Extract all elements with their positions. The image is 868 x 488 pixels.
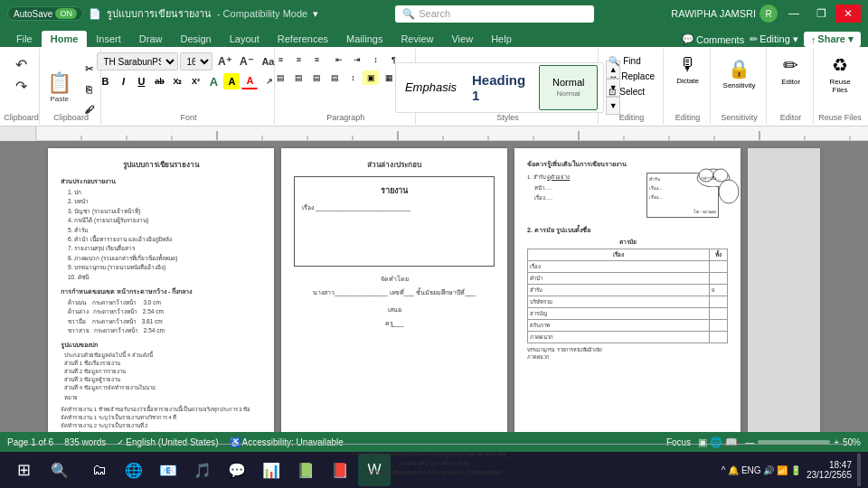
ruler [0,127,868,141]
table-row: สารบัญ [528,308,728,320]
horizontal-ruler [36,127,868,140]
name-field: นางสาว_______________ เลขที่___ ชั้นมัธย… [294,287,495,297]
page1-title: รูปแบบการเขียนรายงาน [61,159,261,171]
italic-button[interactable]: I [115,73,131,89]
replace-icon: ↔ [609,71,618,81]
style-emphasis[interactable]: Emphasis [401,65,460,110]
cut-button[interactable]: ✂ [79,61,99,79]
align-left-button[interactable]: ▤ [272,70,288,85]
style-normal[interactable]: Normal Normal [539,65,598,110]
document-page-2: ส่วนล่าง/ประกอบ รายงาน เรื่อง __________… [281,148,507,432]
window-controls: — ❐ ✕ [781,5,861,23]
list-item: ส่วนที่ 1 ชื่อเรื่องรายงาน [64,360,261,368]
mode-dropdown[interactable]: ▾ [313,8,318,20]
bold-button[interactable]: B [97,73,113,89]
table-row: ภาคผนวก [528,332,728,343]
editing-button[interactable]: ✏ Editing ▾ [750,33,798,45]
share-button[interactable]: ↑ Share ▾ [804,32,861,47]
list-item: 10. ดัชนี [68,273,261,282]
normal-preview: Normal [552,77,584,88]
reuse-label: Reuse Files [818,113,862,122]
align-center-button[interactable]: ▤ [290,70,307,85]
style-heading1[interactable]: Heading 1 [467,65,532,110]
ribbon: ↶ ↷ Clipboard 📋 Paste ✂ ⎘ 🖌 Clipboard [0,47,868,127]
report-box: รายงาน เรื่อง __________________________… [294,176,495,267]
editing-group: 🔍 Find ↔ Replace ⊡ Select Editing [600,49,664,124]
sensitivity-group: 🔒 Sensitivity Sensitivity [712,49,767,124]
tab-draw[interactable]: Draw [130,31,172,47]
font-size-select[interactable]: 16 [180,52,212,70]
tab-help[interactable]: Help [482,31,521,47]
tab-view[interactable]: View [442,31,482,47]
grow-font-button[interactable]: A⁺ [214,52,234,70]
tab-layout[interactable]: Layout [221,31,269,47]
user-name: RAWIPHA JAMSRI [671,8,756,19]
autosave-state[interactable]: ON [55,8,77,19]
tab-insert[interactable]: Insert [87,31,130,47]
tab-mailings[interactable]: Mailings [337,31,392,47]
autosave-toggle[interactable]: AutoSave ON [7,6,83,21]
list-item: ด้านบน กระดาษกว้างหน้า 3.0 cm [68,298,261,307]
align-right-button[interactable]: ▤ [308,70,325,85]
font-name-select[interactable]: TH SarabunPSK [97,52,178,70]
font-label: Font [180,113,196,122]
select-button[interactable]: ⊡ Select [603,85,650,99]
font-color-button[interactable]: A [241,73,258,89]
tab-file[interactable]: File [7,31,42,47]
decrease-indent-button[interactable]: ⇤ [331,52,347,67]
close-button[interactable]: ✕ [835,5,861,23]
tab-design[interactable]: Design [171,31,220,47]
increase-indent-button[interactable]: ⇥ [349,52,365,67]
replace-button[interactable]: ↔ Replace [603,70,660,83]
tab-review[interactable]: Review [392,31,442,47]
reuse-button[interactable]: ♻ Reuse Files [818,51,862,98]
redo-button[interactable]: ↷ [11,76,33,97]
justify-button[interactable]: ▤ [326,70,343,85]
list-item: หมาย [64,394,261,402]
bullets-button[interactable]: ≡ [272,52,288,67]
line-spacing-button[interactable]: ↕ [344,70,361,85]
tab-references[interactable]: References [269,31,337,47]
page1-section1-heading: ส่วนประกอบรายงาน [61,176,261,186]
page1-additional: จัดทำรายงาน 1 ข้าพเจ้าขอรับรองว่าเนื้อหา… [61,406,261,432]
dictate-button[interactable]: 🎙 Dictate [673,51,703,89]
search-bar[interactable]: 🔍 Search [395,5,594,23]
underline-button[interactable]: U [133,73,149,89]
emphasis-preview: Emphasis [405,80,457,94]
page1-section2-items: ด้านบน กระดาษกว้างหน้า 3.0 cm ด้านล่าง ก… [68,298,261,336]
styles-box: Emphasis Heading 1 Normal Normal [395,62,604,113]
page2-title: ส่วนล่าง/ประกอบ [294,159,495,171]
superscript-button[interactable]: X² [187,73,203,89]
paste-button[interactable]: 📋 Paste [43,70,75,105]
comments-button[interactable]: 💬 Comments [682,33,744,45]
numbering-button[interactable]: ≡ [290,52,307,67]
copy-button[interactable]: ⎘ [79,80,99,99]
page3-diagrams: กล่าวถึง.... สำรับ เรื่อง... เรื่อง... →… [646,173,728,221]
print-layout-button[interactable]: ▣ [698,436,707,448]
editor-button[interactable]: ✏ Editor [778,51,804,89]
para-label: Paragraph [326,113,364,122]
read-mode-button[interactable]: 📖 [725,436,738,448]
submitted-to-field: ครู___ [294,318,495,328]
list-item: ส่วนที่ 3 ข้อมูลผู้รายงาน [64,376,261,384]
list-item: ส่วนที่ 2 ข้อมูลการรายงาน [64,368,261,376]
show-desktop-button[interactable] [857,454,861,486]
find-button[interactable]: 🔍 Find [603,54,646,68]
shading-button[interactable]: ▣ [363,70,379,85]
text-effect-button[interactable]: A [205,73,222,89]
title-bar-right: RAWIPHA JAMSRI R — ❐ ✕ [671,5,861,23]
strikethrough-button[interactable]: ab [151,73,167,89]
restore-button[interactable]: ❐ [808,5,834,23]
table-row: บริษัทรวม [528,296,728,308]
minimize-button[interactable]: — [781,5,807,23]
multilevel-button[interactable]: ≡ [308,52,325,67]
document-page-1: รูปแบบการเขียนรายงาน ส่วนประกอบรายงาน 1.… [48,148,274,432]
sort-button[interactable]: ↕ [367,52,383,67]
tab-home[interactable]: Home [42,31,88,47]
undo-button[interactable]: ↶ [11,54,33,75]
web-layout-button[interactable]: 🌐 [710,436,722,448]
shrink-font-button[interactable]: A⁻ [236,52,256,70]
sensitivity-button[interactable]: 🔒 Sensitivity [720,54,760,93]
subscript-button[interactable]: X₂ [169,73,185,89]
highlight-button[interactable]: A [223,73,240,89]
